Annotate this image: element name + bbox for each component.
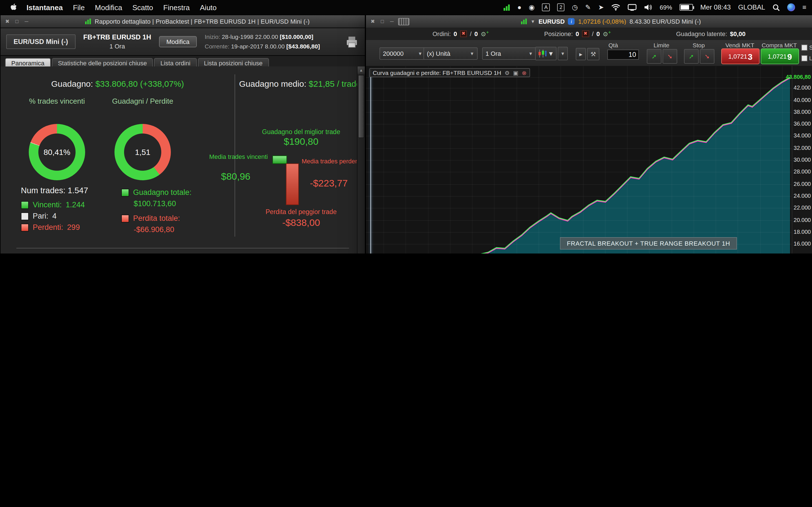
info-icon[interactable]: i [568, 18, 575, 25]
minimize-icon[interactable]: ─ [23, 18, 30, 24]
buy-market-button[interactable]: 1,0721 9 [761, 48, 799, 64]
buy-price: 1,0721 [768, 53, 786, 60]
tab-2[interactable]: Lista ordini [154, 58, 197, 68]
price-axis[interactable]: 1,072 16m3 43.806,8042.00040.00038.00036… [792, 66, 812, 253]
checkbox[interactable] [801, 45, 808, 51]
even-swatch [21, 212, 29, 220]
close-icon[interactable]: ✖ [4, 18, 11, 24]
status-ring-icon[interactable]: ◉ [529, 3, 535, 11]
gridline [560, 66, 561, 253]
sell-limit-button[interactable]: ➘ [663, 49, 677, 64]
worst-trade-value: -$838,00 [242, 217, 360, 229]
close-position-icon[interactable]: ✖ [582, 31, 589, 37]
vertical-scrollbar[interactable]: ▲ ▼ [357, 66, 365, 253]
gridline [406, 66, 406, 253]
input-language[interactable]: GLOBAL [738, 3, 765, 11]
menu-file[interactable]: File [68, 3, 90, 11]
expand-button[interactable]: ▸ [576, 48, 586, 60]
chevron-down-icon[interactable]: ▼ [530, 19, 535, 24]
menu-aiuto[interactable]: Aiuto [195, 3, 221, 11]
equity-panel[interactable]: Curva guadagni e perdite: FB+TRB EURUSD … [366, 66, 792, 253]
report-titlebar[interactable]: ✖ □ ─ Rapporto dettagliato | ProBacktest… [1, 15, 365, 28]
scroll-up-icon[interactable]: ▲ [357, 66, 365, 74]
buy-stop-button[interactable]: ➚ [684, 49, 699, 64]
stop-checkbox-row[interactable]: S [801, 45, 812, 51]
gridline [428, 66, 428, 253]
cancel-orders-icon[interactable]: ✖ [460, 31, 467, 37]
minimize-icon[interactable]: ─ [389, 18, 395, 24]
chart-icon [85, 18, 91, 25]
menu-scatto[interactable]: Scatto [127, 3, 158, 11]
symbol-name[interactable]: EURUSD [539, 18, 565, 25]
scrollbar-thumb[interactable] [358, 75, 364, 138]
edit-button[interactable]: Modifica [159, 36, 197, 47]
qty-label: Qtà [608, 42, 635, 48]
keyboard-layout-icon[interactable]: A [542, 3, 550, 11]
siri-icon[interactable] [787, 3, 795, 11]
latent-gain-value: $0,00 [730, 31, 746, 37]
unit-select[interactable]: (x) Unità ▼ [423, 47, 477, 60]
limit-checkbox-row[interactable]: L [801, 55, 812, 61]
chart-app-icon[interactable] [503, 4, 510, 11]
tab-1[interactable]: Statistiche delle posizioni chiuse [52, 58, 153, 68]
best-trade-label: Guadagno del miglior trade [242, 128, 360, 135]
tab-3[interactable]: Lista posizioni chiuse [198, 58, 269, 68]
time-machine-icon[interactable]: ◷ [572, 3, 578, 11]
qty-input[interactable] [607, 50, 639, 60]
latent-gain-group: Guadagno latente: $0,00 [676, 27, 746, 40]
strategy-badge: FRACTAL BREAKOUT + TRUE RANGE BREAKOUT 1… [560, 237, 737, 249]
stop-label: Stop [683, 42, 714, 48]
window-icon[interactable]: ▣ [513, 69, 518, 76]
sell-market-button[interactable]: 1,0721 3 [721, 48, 760, 64]
chart-titlebar[interactable]: ✖ □ ─ ▼ EURUSD i 1,07216 (-0,08%) 8.43.3… [366, 15, 812, 28]
apple-menu[interactable] [6, 3, 21, 11]
battery-icon[interactable] [679, 4, 693, 11]
checkbox[interactable] [801, 55, 808, 61]
legend-losers: Perdenti: 299 [21, 223, 80, 231]
total-gain-label: Guadagno totale: [133, 188, 192, 196]
location-icon[interactable]: ➤ [598, 3, 604, 11]
wrench-icon[interactable]: ⚒ [587, 48, 599, 60]
notification-center-icon[interactable]: ≡ [802, 3, 806, 11]
quantity-select[interactable]: 200000 ▼ [379, 47, 426, 60]
close-icon[interactable]: ✖ [369, 18, 376, 24]
gridline [366, 112, 792, 113]
tab-0[interactable]: Panoramica [5, 58, 50, 68]
equity-axis-label: 34.000 [794, 133, 811, 139]
position-settings-icon[interactable]: ⚙+ [603, 30, 611, 38]
close-icon[interactable]: ⊗ [522, 69, 527, 76]
wifi-icon[interactable] [611, 4, 620, 11]
num-trades: Num trades: 1.547 [21, 186, 88, 195]
maximize-icon[interactable]: □ [379, 18, 386, 24]
settings-icon[interactable]: ⚙ [505, 69, 510, 76]
keyboard-icon[interactable] [398, 18, 409, 25]
app-menu[interactable]: Istantanea [21, 3, 68, 11]
search-icon[interactable] [772, 4, 780, 11]
menu-finestra[interactable]: Finestra [158, 3, 195, 11]
indicator-menu-button[interactable]: ▼ [558, 47, 568, 60]
instrument-box[interactable]: EUR/USD Mini (-) [6, 34, 75, 49]
total-gain-value: $100.713,60 [134, 200, 176, 208]
menu-modifica[interactable]: Modifica [90, 3, 128, 11]
print-icon[interactable] [345, 36, 359, 48]
timeframe-select[interactable]: 1 Ora ▼ [482, 47, 536, 60]
maximize-icon[interactable]: □ [13, 18, 20, 24]
status-dot-icon[interactable]: ● [517, 3, 522, 11]
chart-type-button[interactable]: ▼ [535, 47, 557, 60]
gridline [450, 66, 451, 253]
num-trades-label: Num trades: [21, 186, 65, 195]
screen-count-badge[interactable]: 2 [557, 3, 565, 11]
buy-limit-button[interactable]: ➚ [647, 49, 661, 64]
equity-axis-label: 20.000 [794, 217, 811, 223]
total-loss-label: Perdita totale: [133, 214, 180, 223]
display-icon[interactable] [627, 4, 637, 11]
menubar-clock[interactable]: Mer 08:43 [700, 3, 731, 11]
orders-settings-icon[interactable]: ⚙+ [481, 30, 489, 38]
equity-panel-chip[interactable]: Curva guadagni e perdite: FB+TRB EURUSD … [369, 68, 530, 77]
system-timeframe: 1 Ora [83, 42, 151, 50]
pencil-icon[interactable]: ✎ [585, 3, 591, 11]
avg-win-label: Media trades vincenti [207, 153, 268, 161]
volume-icon[interactable] [644, 4, 652, 11]
chart-area[interactable]: Curva guadagni e perdite: FB+TRB EURUSD … [366, 66, 812, 253]
sell-stop-button[interactable]: ➘ [700, 49, 714, 64]
